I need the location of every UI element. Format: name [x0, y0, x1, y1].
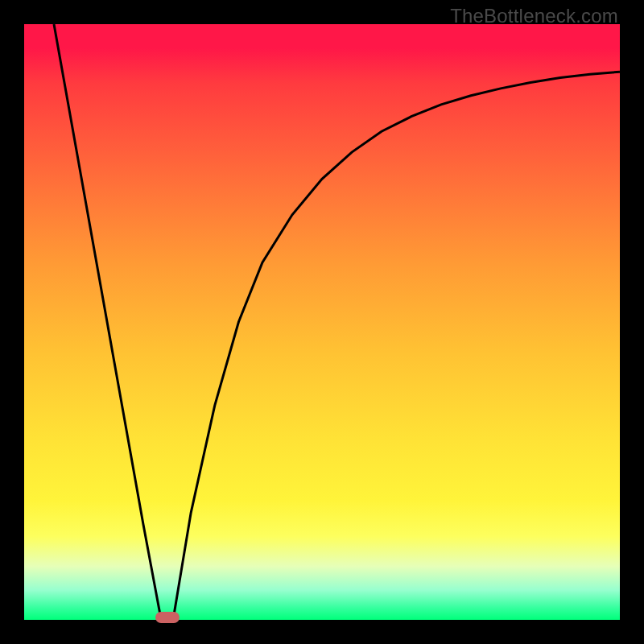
- minimum-marker: [155, 612, 180, 623]
- curve-right-branch: [173, 72, 620, 620]
- bottleneck-curve: [24, 24, 620, 620]
- curve-left-branch: [54, 24, 161, 620]
- chart-plot-area: [24, 24, 620, 620]
